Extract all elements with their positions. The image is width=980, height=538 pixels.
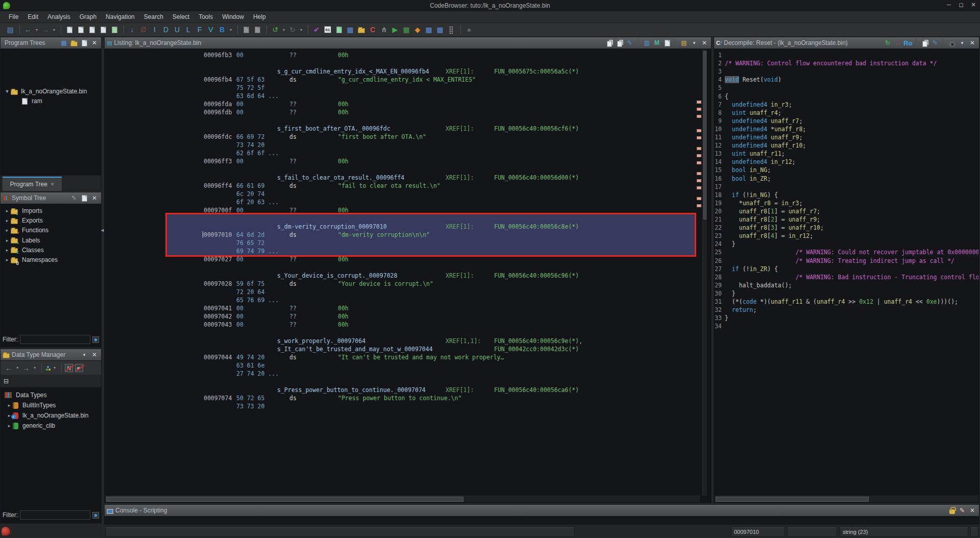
listing-row[interactable]: 6c 20 74 — [105, 190, 700, 198]
search-result-mark[interactable] — [697, 179, 701, 182]
dtm-no-pointers-icon[interactable]: ☛ — [75, 364, 83, 372]
listing-row[interactable] — [105, 378, 700, 386]
data-letter-icon[interactable]: D — [161, 25, 171, 35]
decompile-line[interactable]: 32 return; — [714, 306, 978, 314]
close-panel-icon[interactable]: ✕ — [968, 506, 977, 515]
dtm-back-dropdown[interactable]: ▾ — [15, 363, 20, 373]
menu-select[interactable]: Select — [168, 12, 194, 22]
listing-row[interactable]: 75 72 5f — [105, 84, 700, 92]
dtm-item-row[interactable]: ▸generic_clib — [6, 422, 55, 429]
symbol-tree-item-exports[interactable]: ▸Exports — [4, 217, 43, 224]
undo-icon[interactable]: ↺ — [270, 25, 280, 35]
listing-row[interactable]: 6f 20 63 ... — [105, 198, 700, 206]
function-letter-icon[interactable]: F — [194, 25, 205, 35]
decompile-line[interactable]: 6{ — [714, 92, 978, 101]
memory-map-icon[interactable] — [109, 25, 119, 35]
dtm-filter-input[interactable] — [20, 510, 90, 520]
decompile-line[interactable]: 16 bool in_ZR; — [714, 175, 978, 183]
diamond-icon[interactable]: ◆ — [412, 25, 423, 35]
dtm-forward-icon[interactable]: → — [21, 363, 31, 373]
decompiler-hscrollbar[interactable] — [715, 496, 978, 502]
label-letter-icon[interactable]: L — [183, 25, 193, 35]
close-panel-icon[interactable]: ✕ — [90, 38, 99, 47]
calculator-icon[interactable]: 01 — [323, 25, 333, 35]
menu-file[interactable]: File — [4, 12, 23, 22]
listing-row[interactable]: 62 6f 6f ... — [105, 149, 700, 157]
splitter-grip-icon[interactable]: ◄ — [100, 228, 105, 233]
cancel-icon[interactable]: Ø — [138, 25, 149, 35]
listing-row[interactable]: 0009704449 74 20ds"It can't be trusted a… — [105, 353, 700, 361]
search-result-mark[interactable] — [697, 108, 701, 111]
diff-icon[interactable] — [663, 38, 672, 47]
refresh-icon[interactable]: ↻ — [883, 38, 892, 47]
listing-row[interactable]: s_work_properly._00097064XREF[1,1]:FUN_0… — [105, 337, 700, 345]
decompiler-header[interactable]: Cf Decompile: Reset - (lk_a_noOrangeStat… — [714, 37, 979, 48]
menu-window[interactable]: Window — [217, 12, 249, 22]
decompile-line[interactable]: 24 } — [714, 240, 978, 248]
close-button[interactable]: ✕ — [970, 2, 977, 8]
dtm-no-types-icon[interactable]: N — [65, 364, 73, 372]
memory-icon[interactable]: ⣿ — [446, 25, 456, 35]
edit-pencil-icon[interactable]: ✎ — [69, 193, 79, 203]
patch-in-icon[interactable] — [76, 25, 86, 35]
dtm-item-row[interactable]: ▸BuiltInTypes — [6, 402, 56, 409]
chevron-right-icon[interactable]: ▸ — [6, 423, 13, 428]
search-result-mark[interactable] — [697, 147, 701, 150]
decompile-line[interactable]: 13 uint unaff_r11; — [714, 150, 978, 158]
listing-row[interactable]: 73 74 20 — [105, 141, 700, 149]
listing-row[interactable]: s_fail_to_clear_ota_result._00096ff4XREF… — [105, 174, 700, 182]
undefine-letter-icon[interactable]: U — [172, 25, 182, 35]
listing-row[interactable]: s_It_can't_be_trusted_and_may_not_w_0009… — [105, 345, 700, 353]
listing-row[interactable]: s_first_boot_after_OTA._00096fdcXREF[1]:… — [105, 125, 700, 133]
readonly-toggle[interactable]: Ro — [903, 38, 913, 47]
filter-options-icon[interactable]: ✱ — [92, 512, 99, 519]
camera-icon[interactable] — [947, 38, 957, 47]
save-icon[interactable]: ▤ — [5, 25, 15, 35]
search-result-mark[interactable] — [697, 136, 701, 139]
chevron-right-icon[interactable]: ▸ — [4, 257, 11, 262]
search-result-mark[interactable] — [697, 161, 701, 164]
table2-icon[interactable]: ▦ — [424, 25, 434, 35]
menu-graph[interactable]: Graph — [75, 12, 101, 22]
dtm-back-icon[interactable]: ← — [4, 363, 14, 373]
decompile-line[interactable]: 15 bool in_NG; — [714, 166, 978, 174]
menu-search[interactable]: Search — [139, 12, 168, 22]
tab-close-icon[interactable]: ✕ — [51, 182, 55, 187]
decompile-line[interactable]: 20 unaff_r8[1] = unaff_r7; — [714, 207, 978, 215]
decompile-line[interactable]: 19 *unaff_r8 = in_r3; — [714, 199, 978, 207]
console-header[interactable]: Console - Scripting ✎ ✕ — [105, 505, 979, 516]
listing-row[interactable]: 65 76 69 ... — [105, 296, 700, 304]
byte-letter-icon[interactable]: B — [217, 25, 227, 35]
forward-icon[interactable]: → — [40, 25, 51, 35]
decompile-line[interactable]: 8 uint unaff_r4; — [714, 109, 978, 117]
tab-program-tree[interactable]: Program Tree ✕ — [3, 177, 62, 191]
chevron-right-icon[interactable]: ▸ — [4, 248, 11, 253]
header-dropdown-icon[interactable]: ▾ — [690, 38, 699, 47]
pointer-out-icon[interactable] — [252, 25, 262, 35]
search-result-mark[interactable] — [697, 129, 701, 132]
goto-page-icon[interactable] — [80, 38, 89, 47]
listing-row[interactable]: 63 61 6e — [105, 361, 700, 370]
decompile-line[interactable]: 4void Reset(void) — [714, 76, 978, 84]
program-tree-ram-row[interactable]: ram — [22, 97, 42, 105]
listing-row[interactable]: s_Press_power_button_to_continue._000970… — [105, 386, 700, 394]
forward-dropdown[interactable]: ▾ — [52, 25, 57, 35]
decompile-line[interactable]: 21 unaff_r8[2] = unaff_r9; — [714, 215, 978, 224]
decompile-line[interactable]: 2/* WARNING: Control flow encountered ba… — [714, 59, 978, 67]
edit-icon[interactable]: ✎ — [930, 38, 940, 47]
symbol-tree-header[interactable]: Symbol Tree ✎ ✕ — [1, 192, 101, 204]
listing-row[interactable]: 00096fda00??00h — [105, 100, 700, 108]
listing-row[interactable]: 0009702859 6f 75ds"Your device is corrup… — [105, 280, 700, 288]
listing-row[interactable] — [105, 329, 700, 337]
search-result-mark[interactable] — [697, 101, 701, 104]
listing-row[interactable]: s_g_cur_cmdline_entry_idx_<_MAX_EN_00096… — [105, 67, 700, 76]
listing-row[interactable]: 63 6d 64 ... — [105, 92, 700, 100]
run-script-icon[interactable]: ▶ — [390, 25, 400, 35]
symbol-tree-item-imports[interactable]: ▸▲Imports — [4, 207, 42, 214]
dtm-dropdown-icon[interactable]: ▾ — [80, 350, 89, 359]
listing-row[interactable] — [105, 59, 700, 67]
menu-help[interactable]: Help — [249, 12, 271, 22]
decompile-line[interactable]: 33} — [714, 314, 978, 322]
listing-row[interactable]: 0009704100??00h — [105, 304, 700, 312]
symbol-tree-item-namespaces[interactable]: ▸{}Namespaces — [4, 256, 58, 263]
